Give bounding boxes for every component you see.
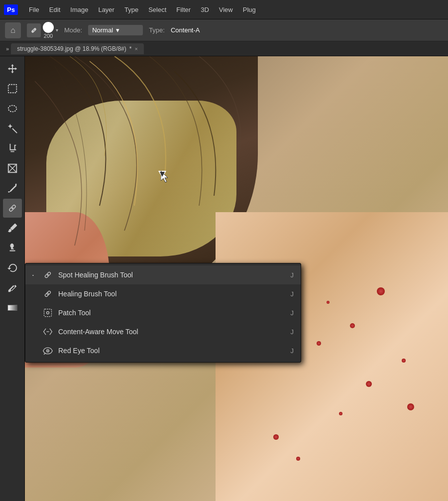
svg-point-23	[47, 293, 48, 294]
stamp-icon	[7, 243, 18, 253]
stamp-tool-button[interactable]	[3, 239, 22, 257]
mode-dropdown[interactable]: Normal ▾	[88, 25, 143, 35]
svg-point-28	[47, 350, 48, 351]
svg-line-29	[44, 353, 46, 355]
menu-filter[interactable]: Filter	[171, 4, 196, 15]
svg-point-10	[11, 207, 13, 209]
context-menu-item-red-eye[interactable]: Red Eye Tool J	[25, 341, 301, 360]
svg-rect-24	[44, 309, 52, 317]
history-brush-tool-button[interactable]	[3, 258, 22, 277]
move-tool-button[interactable]	[3, 59, 22, 78]
mode-dropdown-arrow: ▾	[116, 26, 119, 34]
red-eye-label: Red Eye Tool	[58, 347, 286, 355]
content-aware-move-icon	[42, 326, 53, 337]
brush-icon	[7, 223, 18, 234]
type-label: Type:	[149, 26, 165, 34]
svg-rect-2	[8, 85, 16, 93]
eyedropper-icon	[7, 183, 18, 194]
menu-file[interactable]: File	[24, 4, 44, 15]
type-value: Content-A	[171, 26, 200, 34]
crop-tool-button[interactable]	[3, 139, 22, 158]
menu-type[interactable]: Type	[119, 4, 143, 15]
options-bar: ⌂ 200 ▾ Mode: Normal ▾ Type: Content-A	[0, 19, 448, 41]
gradient-tool-button[interactable]	[3, 298, 22, 317]
svg-line-4	[12, 128, 17, 133]
crop-icon	[7, 143, 18, 154]
ps-logo: Ps	[4, 4, 18, 15]
canvas-area[interactable]: • Spot Healing Brush Tool J	[25, 56, 448, 501]
acne-spot-6	[317, 341, 321, 346]
magic-wand-tool-button[interactable]	[3, 119, 22, 138]
context-menu-item-healing-brush[interactable]: Healing Brush Tool J	[25, 284, 301, 303]
acne-spot-2	[350, 323, 355, 328]
bandaid-icon	[29, 25, 39, 35]
red-eye-shortcut: J	[291, 347, 294, 355]
patch-shortcut: J	[291, 309, 294, 317]
healing-brush-label: Healing Brush Tool	[58, 290, 286, 298]
document-tab[interactable]: struggle-3805349.jpg @ 18.9% (RGB/8#) * …	[11, 43, 144, 54]
acne-spot-1	[377, 287, 385, 295]
patch-icon	[42, 307, 53, 318]
eyedropper-tool-button[interactable]	[3, 179, 22, 198]
marquee-icon	[7, 83, 18, 94]
spot-healing-shortcut: J	[291, 271, 294, 279]
tab-modified-indicator: *	[129, 45, 132, 52]
context-menu-item-spot-healing[interactable]: • Spot Healing Brush Tool J	[25, 265, 301, 284]
acne-spot-4	[366, 381, 372, 387]
healing-brush-shortcut: J	[291, 290, 294, 298]
healing-brush-icon	[7, 203, 18, 214]
frame-icon	[7, 163, 18, 174]
menu-image[interactable]: Image	[65, 4, 93, 15]
healing-brush-tool-button[interactable]	[3, 199, 22, 218]
menu-layer[interactable]: Layer	[93, 4, 119, 15]
brush-size-display: 200	[43, 22, 54, 39]
red-eye-icon	[42, 345, 53, 356]
gradient-icon	[7, 302, 18, 313]
home-button[interactable]: ⌂	[5, 22, 21, 38]
tab-bar: » struggle-3805349.jpg @ 18.9% (RGB/8#) …	[0, 41, 448, 56]
brush-size-dropdown-arrow[interactable]: ▾	[56, 27, 58, 33]
brush-options: 200 ▾	[27, 22, 58, 39]
acne-spot-9	[296, 457, 300, 461]
lasso-icon	[7, 103, 18, 114]
move-icon	[7, 63, 18, 74]
healing-brush-menu-icon	[42, 288, 53, 299]
toolbar	[0, 56, 25, 501]
acne-spot-8	[273, 434, 279, 440]
brush-size-circle	[43, 22, 54, 33]
spot-healing-icon	[42, 269, 53, 280]
menu-bar: Ps File Edit Image Layer Type Select Fil…	[0, 0, 448, 19]
svg-point-8	[8, 191, 9, 193]
content-aware-move-shortcut: J	[291, 328, 294, 336]
menu-view[interactable]: View	[214, 4, 238, 15]
svg-point-25	[47, 312, 49, 314]
menu-plug[interactable]: Plug	[238, 4, 261, 15]
brush-size-label: 200	[44, 33, 53, 39]
tab-close-button[interactable]: ×	[134, 46, 137, 52]
magic-wand-icon	[7, 123, 18, 134]
lasso-tool-button[interactable]	[3, 99, 22, 118]
svg-point-17	[47, 274, 48, 275]
acne-spot-7	[339, 412, 342, 415]
menu-3d[interactable]: 3D	[196, 4, 214, 15]
brush-tool-button[interactable]	[3, 219, 22, 238]
context-menu-item-patch[interactable]: Patch Tool J	[25, 303, 301, 322]
menu-edit[interactable]: Edit	[44, 4, 65, 15]
history-brush-icon	[7, 262, 18, 273]
svg-rect-15	[7, 305, 16, 311]
tab-filename: struggle-3805349.jpg @ 18.9% (RGB/8#)	[17, 45, 126, 52]
frame-tool-button[interactable]	[3, 159, 22, 178]
menu-select[interactable]: Select	[143, 4, 171, 15]
context-menu-item-content-aware-move[interactable]: Content-Aware Move Tool J	[25, 322, 301, 341]
mode-value: Normal	[92, 26, 113, 34]
marquee-tool-button[interactable]	[3, 79, 22, 98]
spot-healing-label: Spot Healing Brush Tool	[58, 271, 286, 279]
mode-label: Mode:	[64, 26, 82, 34]
eraser-icon	[7, 282, 18, 293]
spot-healing-bullet: •	[32, 273, 37, 277]
acne-spot-5	[407, 403, 414, 410]
panel-collapse-icon[interactable]: »	[4, 44, 11, 54]
brush-icon-button[interactable]	[27, 23, 41, 37]
svg-point-3	[8, 106, 16, 112]
eraser-tool-button[interactable]	[3, 278, 22, 297]
